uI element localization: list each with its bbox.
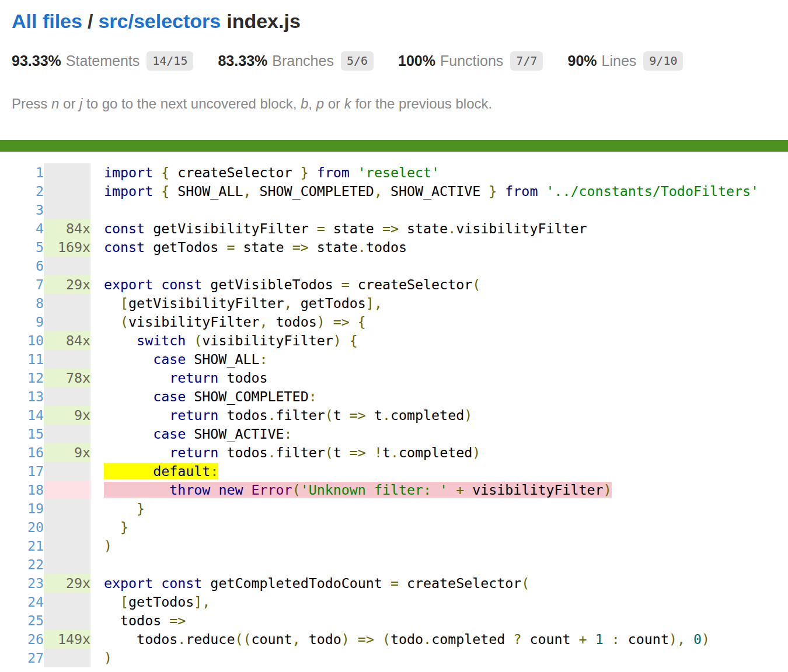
code-cell: todos =>: [90, 611, 788, 630]
code-row: 2import { SHOW_ALL, SHOW_COMPLETED, SHOW…: [0, 182, 788, 201]
line-number[interactable]: 26: [0, 630, 44, 649]
code-row: 20 }: [0, 518, 788, 537]
execution-count: 29x: [44, 275, 90, 294]
code-cell: ): [90, 649, 788, 667]
stat-label: Functions: [440, 52, 503, 69]
code-line: switch (visibilityFilter) {: [90, 331, 788, 350]
code-row: 24 [getTodos],: [0, 593, 788, 611]
shortcut-key: j: [79, 96, 82, 111]
stat-fraction-badge: 5/6: [341, 51, 374, 71]
branch-not-covered-highlight: default:: [104, 463, 218, 479]
code-line: case SHOW_ACTIVE:: [90, 425, 788, 443]
line-number[interactable]: 12: [0, 369, 44, 387]
line-number[interactable]: 18: [0, 481, 44, 499]
code-cell: [90, 555, 788, 574]
stat-group: 90%Lines9/10: [567, 51, 683, 71]
coverage-table-body: 1import { createSelector } from 'reselec…: [0, 163, 788, 667]
code-line: return todos.filter(t => t.completed): [90, 406, 788, 425]
code-cell: return todos: [90, 369, 788, 387]
execution-count: [44, 518, 90, 537]
code-line: }: [90, 499, 788, 518]
execution-count: [44, 387, 90, 406]
code-line: case SHOW_ALL:: [90, 350, 788, 369]
keyboard-help: Press n or j to go to the next uncovered…: [12, 95, 776, 113]
line-number[interactable]: 2: [0, 182, 44, 201]
code-row: 11 case SHOW_ALL:: [0, 350, 788, 369]
line-number[interactable]: 10: [0, 331, 44, 350]
line-number[interactable]: 14: [0, 406, 44, 425]
line-number[interactable]: 17: [0, 462, 44, 481]
line-number[interactable]: 15: [0, 425, 44, 443]
report-header: All files/src/selectorsindex.js 93.33%St…: [0, 8, 788, 113]
line-number[interactable]: 25: [0, 611, 44, 630]
code-row: 6: [0, 257, 788, 275]
stat-percent: 83.33%: [218, 52, 267, 69]
code-cell: export const getCompletedTodoCount = cre…: [90, 574, 788, 593]
line-number[interactable]: 22: [0, 555, 44, 574]
code-line: throw new Error('Unknown filter: ' + vis…: [90, 481, 788, 499]
execution-count: [44, 611, 90, 630]
line-number[interactable]: 7: [0, 275, 44, 294]
code-cell: return todos.filter(t => !t.completed): [90, 443, 788, 462]
code-line: [getTodos],: [90, 593, 788, 611]
code-line: [getVisibilityFilter, getTodos],: [90, 294, 788, 313]
code-line: ): [90, 649, 788, 667]
code-line: import { createSelector } from 'reselect…: [90, 163, 788, 182]
line-number[interactable]: 24: [0, 593, 44, 611]
code-row: 169x return todos.filter(t => !t.complet…: [0, 443, 788, 462]
line-number[interactable]: 4: [0, 219, 44, 238]
code-line: todos.reduce((count, todo) => (todo.comp…: [90, 630, 788, 649]
execution-count: [44, 163, 90, 182]
execution-count: [44, 462, 90, 481]
shortcut-key: n: [51, 96, 59, 111]
code-cell: [90, 201, 788, 219]
execution-count: [44, 350, 90, 369]
code-cell: import { SHOW_ALL, SHOW_COMPLETED, SHOW_…: [90, 182, 788, 201]
code-row: 27): [0, 649, 788, 667]
execution-count: [44, 481, 90, 499]
code-row: 1278x return todos: [0, 369, 788, 387]
line-number[interactable]: 27: [0, 649, 44, 667]
stat-group: 93.33%Statements14/15: [12, 51, 193, 71]
line-number[interactable]: 21: [0, 537, 44, 555]
code-line: export const getCompletedTodoCount = cre…: [90, 574, 788, 593]
line-number[interactable]: 9: [0, 313, 44, 331]
line-number[interactable]: 20: [0, 518, 44, 537]
stat-label: Lines: [602, 52, 637, 69]
line-number[interactable]: 6: [0, 257, 44, 275]
code-row: 17 default:: [0, 462, 788, 481]
shortcut-key: b: [301, 96, 308, 111]
execution-count: [44, 294, 90, 313]
code-cell: }: [90, 499, 788, 518]
code-row: 8 [getVisibilityFilter, getTodos],: [0, 294, 788, 313]
line-number[interactable]: 23: [0, 574, 44, 593]
shortcut-key: k: [344, 96, 351, 111]
line-number[interactable]: 3: [0, 201, 44, 219]
execution-count: [44, 499, 90, 518]
line-number[interactable]: 13: [0, 387, 44, 406]
code-line: const getTodos = state => state.todos: [90, 238, 788, 257]
code-cell: }: [90, 518, 788, 537]
execution-count: [44, 593, 90, 611]
code-row: 18 throw new Error('Unknown filter: ' + …: [0, 481, 788, 499]
line-number[interactable]: 1: [0, 163, 44, 182]
line-number[interactable]: 19: [0, 499, 44, 518]
line-number[interactable]: 8: [0, 294, 44, 313]
code-row: 3: [0, 201, 788, 219]
line-number[interactable]: 5: [0, 238, 44, 257]
execution-count: 9x: [44, 406, 90, 425]
stat-percent: 100%: [398, 52, 435, 69]
execution-count: [44, 649, 90, 667]
code-row: 1import { createSelector } from 'reselec…: [0, 163, 788, 182]
code-cell: switch (visibilityFilter) {: [90, 331, 788, 350]
line-number[interactable]: 11: [0, 350, 44, 369]
stat-fraction-badge: 9/10: [643, 51, 683, 71]
breadcrumb-folder-link[interactable]: src/selectors: [98, 10, 221, 32]
breadcrumb-all-files-link[interactable]: All files: [12, 10, 82, 32]
code-row: 9 (visibilityFilter, todos) => {: [0, 313, 788, 331]
code-row: 13 case SHOW_COMPLETED:: [0, 387, 788, 406]
code-cell: todos.reduce((count, todo) => (todo.comp…: [90, 630, 788, 649]
code-row: 19 }: [0, 499, 788, 518]
line-number[interactable]: 16: [0, 443, 44, 462]
breadcrumb: All files/src/selectorsindex.js: [12, 8, 776, 34]
